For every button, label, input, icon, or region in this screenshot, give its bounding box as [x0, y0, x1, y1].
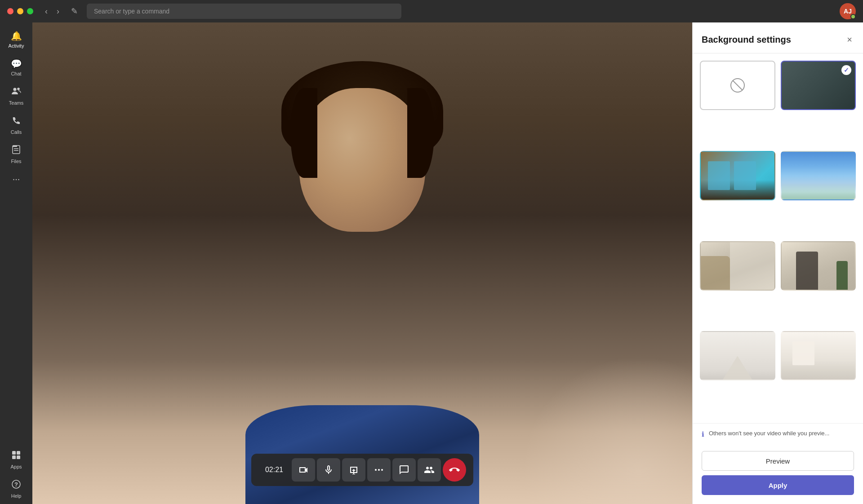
search-bar[interactable]: Search or type a command	[87, 4, 401, 19]
sidebar-item-teams[interactable]: Teams	[0, 82, 32, 110]
avatar-initials: AJ	[844, 8, 852, 15]
sidebar-item-activity[interactable]: 🔔 Activity	[0, 26, 32, 53]
sidebar-item-label: Teams	[9, 100, 23, 106]
background-options-grid: ✓	[693, 53, 863, 423]
sidebar-item-apps[interactable]: Apps	[0, 446, 32, 474]
preview-button[interactable]: Preview	[702, 451, 854, 471]
camera-button[interactable]	[292, 458, 315, 482]
svg-point-14	[381, 469, 383, 471]
calls-icon	[11, 115, 21, 128]
chat-button[interactable]	[392, 458, 416, 482]
svg-rect-7	[17, 451, 20, 455]
bg-option-none[interactable]	[700, 61, 775, 110]
call-controls: 02:21	[251, 454, 473, 486]
avatar[interactable]: AJ	[840, 3, 856, 19]
sidebar-item-label: Help	[11, 493, 22, 499]
sidebar-item-files[interactable]: Files	[0, 140, 32, 168]
sidebar-item-label: Chat	[11, 71, 21, 76]
people-button[interactable]	[418, 458, 441, 482]
maximize-window-button[interactable]	[27, 8, 33, 14]
more-icon: ···	[13, 174, 20, 184]
video-container: 02:21	[32, 22, 692, 504]
svg-rect-6	[12, 451, 16, 455]
sidebar-item-calls[interactable]: Calls	[0, 111, 32, 139]
nav-buttons: ‹ ›	[42, 5, 62, 18]
search-placeholder: Search or type a command	[94, 8, 169, 15]
svg-text:?: ?	[14, 481, 18, 488]
call-timer: 02:21	[258, 462, 290, 477]
presence-badge	[850, 14, 856, 19]
titlebar: ‹ › ✎ Search or type a command AJ	[0, 0, 863, 22]
close-panel-button[interactable]: ×	[845, 33, 854, 46]
files-icon	[11, 145, 21, 157]
activity-icon: 🔔	[11, 31, 22, 41]
svg-point-13	[378, 469, 380, 471]
compose-button[interactable]: ✎	[67, 4, 81, 18]
sidebar-item-label: Activity	[9, 43, 24, 49]
bg-option-dark-office[interactable]	[781, 241, 856, 291]
info-text: Others won't see your video while you pr…	[709, 430, 829, 437]
selected-checkmark: ✓	[841, 65, 851, 75]
chat-icon: 💬	[11, 58, 22, 69]
video-area: 02:21	[32, 22, 692, 504]
back-button[interactable]: ‹	[42, 5, 50, 18]
svg-rect-9	[17, 455, 20, 459]
video-background	[32, 22, 692, 504]
panel-title: Background settings	[702, 35, 791, 45]
info-bar: ℹ Others won't see your video while you …	[693, 423, 863, 445]
sidebar-item-help[interactable]: ? Help	[0, 475, 32, 503]
background-settings-panel: Background settings × ✓	[692, 22, 863, 504]
close-window-button[interactable]	[7, 8, 13, 14]
mic-button[interactable]	[317, 458, 340, 482]
teams-icon	[11, 86, 21, 98]
sidebar-item-label: Files	[11, 159, 21, 164]
info-icon: ℹ	[702, 430, 704, 438]
bg-option-interior1[interactable]	[700, 151, 775, 200]
apply-button[interactable]: Apply	[702, 475, 854, 495]
bg-option-minimal-stairs[interactable]	[700, 331, 775, 380]
minimize-window-button[interactable]	[17, 8, 23, 14]
sidebar-item-more[interactable]: ···	[0, 169, 32, 189]
traffic-lights	[7, 8, 33, 14]
bg-option-minimal-room[interactable]	[781, 331, 856, 380]
bg-option-modern-interior[interactable]	[700, 241, 775, 291]
help-icon: ?	[11, 479, 21, 491]
end-call-button[interactable]	[443, 458, 466, 482]
action-buttons: Preview Apply	[693, 445, 863, 504]
svg-point-1	[17, 88, 20, 90]
sidebar-item-chat[interactable]: 💬 Chat	[0, 54, 32, 81]
svg-point-12	[375, 469, 377, 471]
sidebar-item-label: Calls	[11, 129, 22, 135]
more-options-button[interactable]	[367, 458, 391, 482]
sidebar: 🔔 Activity 💬 Chat Teams Calls	[0, 22, 32, 504]
forward-button[interactable]: ›	[54, 5, 62, 18]
svg-rect-8	[12, 455, 16, 459]
panel-header: Background settings ×	[693, 22, 863, 53]
bg-option-dark[interactable]: ✓	[781, 61, 856, 110]
svg-line-16	[733, 80, 743, 90]
share-screen-button[interactable]	[342, 458, 365, 482]
svg-point-0	[13, 88, 17, 91]
apps-icon	[11, 450, 21, 462]
bg-option-outdoor[interactable]	[781, 151, 856, 200]
sidebar-item-label: Apps	[10, 464, 22, 469]
